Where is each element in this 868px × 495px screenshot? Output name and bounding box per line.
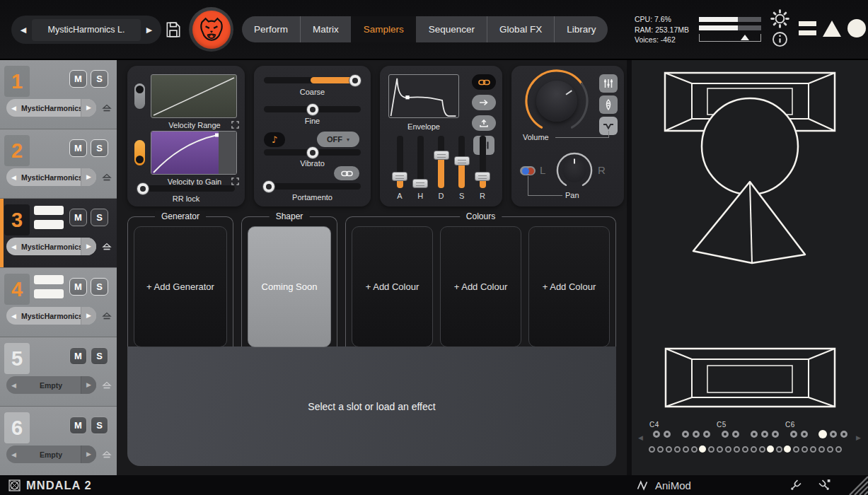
white-key-dot[interactable] [674,446,681,453]
black-key-dot[interactable] [682,431,689,438]
envelope-graph[interactable] [388,74,459,118]
next-preset-icon[interactable]: ▶ [81,376,96,394]
expand-icon[interactable] [231,121,239,130]
effect-card-coming-soon[interactable]: Coming Soon [248,226,331,347]
effect-card--add-generator[interactable]: + Add Generator [134,226,227,347]
effect-card--add-colour[interactable]: + Add Colour [528,226,610,347]
slider-handle[interactable] [475,172,490,181]
black-key-dot[interactable] [801,431,808,438]
velocity-range-toggle[interactable] [134,83,145,109]
fine-slider[interactable] [264,106,361,112]
next-preset-icon[interactable]: ▶ [81,168,96,186]
black-key-dot[interactable] [761,431,768,438]
black-key-dot[interactable] [653,431,660,438]
eject-icon[interactable] [102,173,112,182]
sampler-slot-2[interactable]: 2 M S ◀ MysticHarmonics ... ▶ [0,129,117,199]
white-key-dot[interactable] [699,446,706,453]
slider-track[interactable] [480,136,486,188]
effect-card--add-colour[interactable]: + Add Colour [440,226,521,347]
slider-track[interactable] [397,136,403,188]
info-icon[interactable] [772,31,788,50]
coarse-slider[interactable] [264,77,361,83]
solo-button[interactable]: S [91,417,108,434]
feather-icon[interactable] [599,95,618,114]
white-key-dot[interactable] [818,446,825,453]
eject-icon[interactable] [102,450,112,459]
sampler-slot-1[interactable]: 1 M S ◀ MysticHarmonics ... ▶ [0,60,117,129]
white-key-dot[interactable] [708,446,714,453]
arrow-right-icon[interactable] [472,95,496,110]
slot-preset-selector[interactable]: ◀ Empty ▶ [6,446,96,463]
prev-preset-icon[interactable]: ◀ [6,243,21,250]
pan-knob[interactable] [562,158,586,182]
prev-preset-icon[interactable]: ◀ [6,174,21,181]
black-key-dot[interactable] [732,431,739,438]
solo-button[interactable]: S [91,70,108,88]
eject-icon[interactable] [102,242,112,251]
prev-preset-icon[interactable]: ◀ [6,382,21,389]
white-key-dot[interactable] [717,446,723,453]
export-envelope-icon[interactable] [472,115,496,131]
keyboard-scroll-right-icon[interactable]: ▶ [856,434,861,441]
tuning-fork-alt-icon[interactable] [818,479,831,492]
white-key-dot[interactable] [784,446,791,453]
slider-handle[interactable] [454,156,470,165]
black-key-dot[interactable] [830,431,837,438]
white-key-dot[interactable] [751,446,757,453]
mute-button[interactable]: M [69,347,87,365]
tab-perform[interactable]: Perform [242,16,300,42]
white-key-dot[interactable] [683,446,689,453]
sampler-slot-6[interactable]: 6 M S ◀ Empty ▶ [0,407,117,475]
rr-lock-knob[interactable] [137,182,149,195]
voice-limit-thumb[interactable] [741,35,749,40]
eject-icon[interactable] [102,103,112,112]
velocity-gain-toggle[interactable] [134,140,145,165]
voice-limit-slider[interactable] [699,34,761,42]
volume-knob[interactable] [536,81,577,122]
keyboard-scroll-left-icon[interactable]: ◀ [638,434,643,441]
white-key-dot[interactable] [759,446,765,453]
next-preset-icon[interactable]: ▶ [81,238,96,255]
animod-label[interactable]: AniMod [637,479,691,491]
solo-button[interactable]: S [91,139,108,157]
eject-icon[interactable] [102,380,112,390]
tab-samplers[interactable]: Samplers [351,16,416,42]
black-key-dot[interactable] [664,431,671,438]
eject-icon[interactable] [102,311,112,320]
sampler-slot-3[interactable]: 3 M S ◀ MysticHarmonics ... ▶ [0,199,117,268]
mixer-sliders-icon[interactable] [599,74,618,93]
prev-preset-icon[interactable]: ◀ [6,105,21,112]
velocity-gain-graph[interactable] [151,131,237,175]
sampler-slot-4[interactable]: 4 M S ◀ MysticHarmonics ... ▶ [0,268,117,337]
slider-track[interactable] [458,136,465,188]
black-key-dot[interactable] [790,431,797,438]
solo-button[interactable]: S [91,347,108,365]
next-preset-icon[interactable]: ▶ [81,99,96,117]
white-key-dot[interactable] [802,446,808,453]
resize-handle[interactable] [843,475,868,495]
prev-preset-icon[interactable]: ◀ [15,25,32,35]
black-key-dot[interactable] [818,430,827,438]
mute-button[interactable]: M [69,70,87,88]
slot-preset-selector[interactable]: ◀ MysticHarmonics ... ▶ [6,238,96,255]
vibrato-mode-dropdown[interactable]: OFF ▾ [317,132,359,147]
solo-button[interactable]: S [91,278,108,296]
slider-track[interactable] [417,136,424,188]
slot-preset-selector[interactable]: ◀ MysticHarmonics ... ▶ [6,307,96,325]
portamento-slider[interactable] [264,183,361,190]
white-key-dot[interactable] [810,446,816,453]
tab-global-fx[interactable]: Global FX [487,16,554,42]
save-icon[interactable] [165,21,182,39]
tab-library[interactable]: Library [554,16,608,42]
slider-track[interactable] [438,136,444,188]
stereo-toggle[interactable] [520,166,536,175]
coarse-knob[interactable] [349,74,361,87]
sampler-slot-5[interactable]: 5 M S ◀ Empty ▶ [0,337,117,407]
next-preset-icon[interactable]: ▶ [81,307,96,325]
mute-button[interactable]: M [69,278,87,296]
effect-card--add-colour[interactable]: + Add Colour [352,226,433,347]
mute-button[interactable]: M [69,417,87,434]
envelope-link-icon[interactable] [472,74,496,90]
vibrato-knob[interactable] [306,146,319,159]
tab-sequencer[interactable]: Sequencer [416,16,487,42]
